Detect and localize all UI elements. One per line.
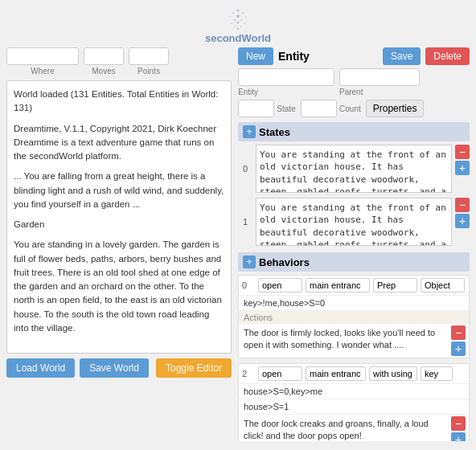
left-panel: garden Where 0 Moves 10 Points World loa…	[6, 47, 232, 441]
behavior-action-text-0: The door is firmly locked, looks like yo…	[242, 325, 448, 356]
logo-icon	[222, 6, 254, 31]
game-text-line-3: ... You are falling from a great height,…	[14, 170, 224, 211]
bottom-buttons: Load World Save World Toggle Editor	[6, 358, 232, 378]
entity-count-group: 0 Count	[301, 100, 361, 117]
svg-point-9	[237, 22, 240, 24]
behavior-action-0[interactable]	[258, 278, 302, 292]
entity-header: New Entity Save Delete	[238, 47, 470, 65]
behavior-object-2[interactable]	[421, 366, 453, 381]
game-text-line-5: You are standing in a lovely garden. The…	[14, 238, 224, 335]
toggle-editor-button[interactable]: Toggle Editor	[156, 358, 232, 378]
save-world-button[interactable]: Save World	[80, 358, 149, 378]
svg-point-6	[234, 19, 236, 22]
behavior-condition-0: key>!me,house>S=0	[239, 296, 469, 311]
properties-button[interactable]: Properties	[366, 100, 425, 117]
behavior-row-2: 2 house>S=0,key>me house>S=1 The door lo…	[238, 363, 470, 441]
entity-state-group: 0 State	[238, 100, 296, 117]
behavior-location-0[interactable]	[306, 278, 370, 292]
entity-name-input[interactable]: house	[238, 68, 334, 86]
entity-section-title: Entity	[278, 50, 378, 63]
app-title: secondWorld	[0, 32, 476, 44]
entity-name-label: Entity	[238, 88, 334, 96]
state-index-1: 1	[238, 198, 252, 246]
svg-point-3	[229, 16, 231, 18]
add-behavior-action-0-button[interactable]: +	[451, 342, 466, 356]
delete-behavior-action-0-button[interactable]: −	[451, 325, 466, 340]
delete-state-0-button[interactable]: −	[455, 145, 470, 159]
entity-fields: house Entity world Parent	[238, 68, 470, 96]
svg-point-12	[240, 26, 241, 27]
behavior-row-0: 0 key>!me,house>S=0 Actions The door is …	[238, 275, 470, 358]
entity-name-group: house Entity	[238, 68, 334, 96]
moves-field-group: 0 Moves	[84, 47, 124, 76]
delete-state-1-button[interactable]: −	[455, 198, 470, 212]
behavior-result-2: house>S=1	[239, 399, 469, 415]
points-label: Points	[137, 67, 160, 76]
entity-parent-label: Parent	[339, 88, 420, 96]
behavior-prep-0[interactable]	[373, 278, 417, 292]
behavior-header-2: 2	[239, 364, 469, 384]
entity-count-input[interactable]: 0	[301, 100, 337, 117]
new-entity-button[interactable]: New	[238, 47, 273, 65]
delete-entity-button[interactable]: Delete	[425, 47, 470, 65]
where-input[interactable]: garden	[6, 47, 79, 65]
svg-point-2	[242, 12, 244, 14]
points-input[interactable]: 10	[129, 47, 169, 65]
save-entity-button[interactable]: Save	[383, 47, 421, 65]
svg-point-0	[237, 10, 240, 12]
add-behavior-button[interactable]: +	[243, 256, 256, 268]
behavior-object-0[interactable]	[421, 278, 465, 292]
behavior-action-2[interactable]	[258, 366, 302, 381]
behavior-header-0: 0	[239, 276, 469, 296]
entity-parent-input[interactable]: world	[339, 68, 420, 86]
svg-point-13	[237, 28, 239, 30]
behaviors-section-title: Behaviors	[259, 256, 310, 268]
load-world-button[interactable]: Load World	[6, 358, 75, 378]
state-text-1[interactable]: You are standing at the front of an old …	[256, 198, 452, 246]
game-text-area: World loaded (131 Entities. Total Entiti…	[6, 80, 232, 354]
behavior-location-2[interactable]	[306, 366, 366, 381]
moves-label: Moves	[92, 67, 115, 76]
game-text-line-1: World loaded (131 Entities. Total Entiti…	[14, 88, 224, 116]
state-text-0[interactable]: You are standing at the front of an old …	[256, 145, 452, 193]
entity-state-label: State	[277, 104, 295, 113]
actions-label-0: Actions	[239, 311, 469, 324]
add-state-1-button[interactable]: +	[455, 214, 470, 228]
add-state-0-button[interactable]: +	[455, 161, 470, 175]
svg-point-10	[244, 22, 245, 24]
game-text-line-2: Dreamtime, V.1.1, Copyright 2021, Dirk K…	[14, 122, 224, 164]
state-buttons-1: − +	[455, 198, 470, 246]
entity-numbers: 0 State 0 Count Properties	[238, 100, 470, 117]
moves-input[interactable]: 0	[84, 47, 124, 65]
behavior-index-0: 0	[242, 280, 255, 290]
behavior-action-buttons-0: − +	[451, 325, 466, 356]
svg-point-4	[236, 14, 240, 18]
state-row-1: 1 You are standing at the front of an ol…	[238, 198, 470, 246]
svg-point-11	[235, 26, 236, 27]
right-panel: New Entity Save Delete house Entity worl…	[238, 47, 470, 441]
states-section-title: States	[259, 126, 290, 138]
state-buttons-0: − +	[455, 145, 470, 193]
search-bar: garden Where 0 Moves 10 Points	[6, 47, 232, 76]
where-field-group: garden Where	[6, 47, 79, 76]
game-text-line-4: Garden	[14, 218, 224, 231]
add-behavior-action-2-button[interactable]: +	[451, 432, 466, 441]
state-index-0: 0	[238, 145, 252, 193]
delete-behavior-action-2-button[interactable]: −	[451, 416, 466, 431]
behavior-index-2: 2	[242, 369, 255, 378]
state-row-0: 0 You are standing at the front of an ol…	[238, 145, 470, 193]
points-field-group: 10 Points	[129, 47, 169, 76]
entity-state-input[interactable]: 0	[238, 100, 274, 117]
behavior-action-text-2: The door lock creaks and groans, finally…	[242, 416, 448, 441]
states-section-header: + States	[238, 122, 470, 141]
add-state-button[interactable]: +	[243, 125, 256, 138]
app-header: secondWorld	[0, 0, 476, 47]
entity-parent-group: world Parent	[339, 68, 420, 96]
svg-point-7	[240, 19, 243, 22]
svg-point-5	[245, 16, 247, 18]
behavior-prep-2[interactable]	[369, 366, 417, 381]
behavior-condition-2: house>S=0,key>me	[239, 384, 469, 399]
behavior-action-row-0: The door is firmly locked, looks like yo…	[239, 324, 469, 358]
svg-point-8	[231, 22, 232, 24]
behavior-action-row-2: The door lock creaks and groans, finally…	[239, 415, 469, 441]
